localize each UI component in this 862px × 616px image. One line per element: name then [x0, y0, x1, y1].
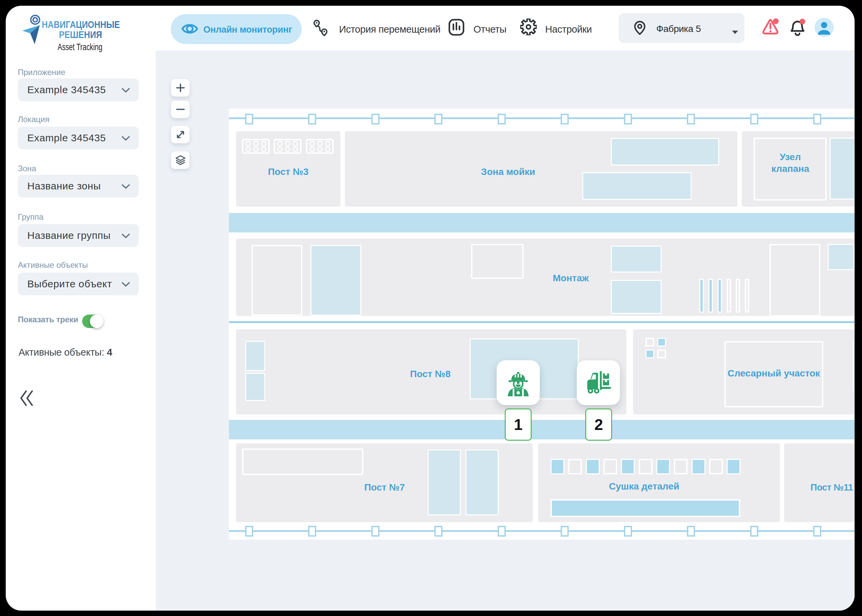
svg-text:РЕШЕНИЯ: РЕШЕНИЯ: [59, 29, 102, 40]
svg-text:НАВИГАЦИОННЫЕ: НАВИГАЦИОННЫЕ: [42, 19, 120, 30]
svg-text:Asset Tracking: Asset Tracking: [58, 42, 102, 52]
